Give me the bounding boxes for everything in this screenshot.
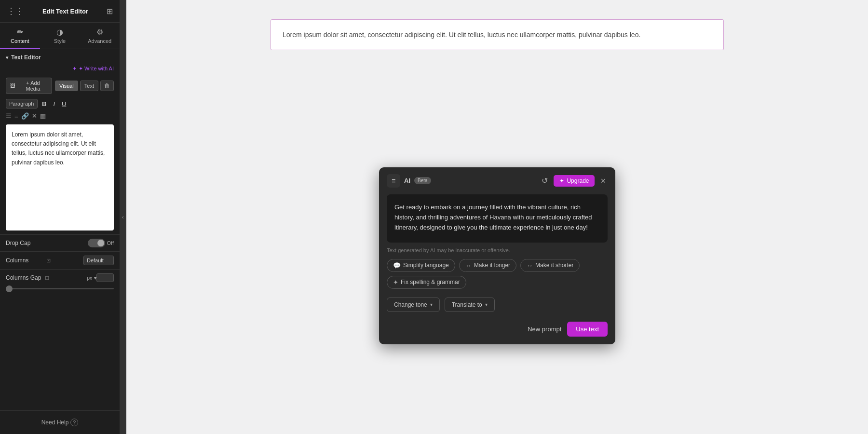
table-icon[interactable]: ▦ [40, 112, 46, 120]
slider-area [0, 286, 120, 293]
disclaimer-text: Text generated by AI may be inaccurate o… [387, 247, 510, 253]
ai-logo: ≡ [387, 174, 400, 188]
columns-icon: ⊡ [46, 258, 51, 264]
upgrade-label: Upgrade [567, 177, 589, 184]
section-label: Text Editor [11, 54, 41, 61]
canvas-text-block[interactable]: Lorem ipsum dolor sit amet, consectetur … [271, 19, 724, 50]
close-button[interactable]: × [598, 175, 608, 187]
gap-unit: px [87, 275, 92, 281]
ai-logo-icon: ≡ [392, 177, 395, 185]
advanced-tab-icon: ⚙ [96, 27, 103, 37]
sidebar-title: Edit Text Editor [42, 8, 88, 15]
make-shorter-chip[interactable]: ↔ Make it shorter [520, 259, 580, 272]
spelling-label: Fix spelling & grammar [401, 279, 460, 285]
bold-button[interactable]: B [40, 99, 49, 108]
tab-advanced-label: Advanced [88, 38, 111, 44]
longer-icon: ↔ [465, 262, 472, 269]
need-help-link[interactable]: Need Help ? [0, 410, 120, 434]
text-view-button[interactable]: Text [80, 81, 98, 91]
link-icon[interactable]: 🔗 [21, 112, 29, 120]
upgrade-sparkle-icon: ✦ [559, 177, 564, 184]
dropdown-row: Change tone ▾ Translate to ▾ [379, 294, 615, 316]
drop-cap-state: Off [107, 240, 114, 246]
columns-select[interactable]: Default [83, 256, 114, 265]
sparkle-icon: ✦ [72, 66, 77, 72]
beta-badge: Beta [414, 177, 431, 184]
visual-view-button[interactable]: Visual [55, 81, 78, 91]
write-ai-label: ✦ Write with AI [79, 66, 114, 72]
slider-track [6, 288, 114, 289]
columns-gap-icon: ⊡ [45, 275, 49, 281]
slider-thumb[interactable] [6, 285, 13, 292]
text-editor-section-header[interactable]: ▾ Text Editor [0, 49, 120, 66]
columns-setting: Columns ⊡ Default [0, 251, 120, 269]
underline-button[interactable]: U [59, 99, 68, 108]
write-with-ai-button[interactable]: ✦ ✦ Write with AI [0, 66, 120, 76]
collapse-handle[interactable]: ‹ [120, 0, 126, 434]
toggle-knob [97, 240, 104, 246]
need-help-label: Need Help [41, 419, 69, 426]
translate-to-label: Translate to [452, 301, 482, 308]
ai-disclaimer: Text generated by AI may be inaccurate o… [379, 247, 615, 259]
use-text-button[interactable]: Use text [567, 322, 608, 337]
sidebar-header: ⋮⋮ Edit Text Editor ⊞ [0, 0, 120, 23]
history-button[interactable]: ↺ [540, 174, 550, 187]
columns-gap-label: Columns Gap ⊡ [6, 274, 49, 281]
drop-cap-switch[interactable] [88, 239, 105, 247]
fix-spelling-chip[interactable]: ✦ Fix spelling & grammar [387, 276, 466, 289]
add-media-button[interactable]: 🖼 + Add Media [6, 78, 52, 94]
section-arrow-icon: ▾ [6, 55, 8, 60]
main-content: Lorem ipsum dolor sit amet, consectetur … [126, 0, 868, 434]
change-tone-button[interactable]: Change tone ▾ [387, 298, 440, 312]
make-longer-chip[interactable]: ↔ Make it longer [459, 259, 516, 272]
tab-style-label: Style [54, 38, 66, 44]
ai-generated-text: Get ready to embark on a journey filled … [394, 203, 592, 231]
media-icon: 🖼 [10, 83, 15, 89]
delete-button[interactable]: 🗑 [100, 81, 114, 91]
drop-cap-toggle[interactable]: Off [88, 239, 114, 247]
canvas-text: Lorem ipsum dolor sit amet, consectetur … [283, 31, 640, 39]
toolbar-row2: ☰ ≡ 🔗 ✕ ▦ [0, 111, 120, 121]
shorter-label: Make it shorter [535, 262, 573, 269]
simplify-icon: 💬 [393, 262, 401, 269]
list-ordered-icon[interactable]: ≡ [14, 112, 18, 120]
menu-dots-icon[interactable]: ⋮⋮ [7, 6, 24, 16]
tab-content-label: Content [11, 38, 29, 44]
shorter-icon: ↔ [527, 262, 533, 269]
modal-header: ≡ AI Beta ↺ ✦ Upgrade × [379, 167, 615, 194]
text-editor-area[interactable]: Lorem ipsum dolor sit amet, consectetur … [6, 124, 114, 231]
columns-gap-setting: Columns Gap ⊡ px ▾ [0, 269, 120, 286]
grid-icon[interactable]: ⊞ [107, 7, 113, 16]
add-media-label: + Add Media [18, 80, 48, 92]
tab-content[interactable]: ✏ Content [0, 23, 40, 49]
italic-button[interactable]: I [51, 99, 57, 108]
content-tab-icon: ✏ [17, 27, 23, 37]
style-tab-icon: ◑ [56, 27, 63, 37]
paragraph-select[interactable]: Paragraph [6, 99, 38, 108]
editor-content: Lorem ipsum dolor sit amet, consectetur … [12, 131, 105, 166]
list-unordered-icon[interactable]: ☰ [6, 112, 12, 120]
action-chips: 💬 Simplify language ↔ Make it longer ↔ M… [379, 259, 615, 294]
ai-generated-text-area: Get ready to embark on a journey filled … [387, 194, 608, 243]
sidebar: ⋮⋮ Edit Text Editor ⊞ ✏ Content ◑ Style … [0, 0, 120, 434]
change-tone-label: Change tone [394, 301, 427, 308]
change-tone-chevron-icon: ▾ [430, 302, 433, 307]
modal-footer: New prompt Use text [379, 316, 615, 344]
drop-cap-setting: Drop Cap Off [0, 234, 120, 251]
spelling-icon: ✦ [393, 279, 398, 286]
simplify-label: Simplify language [403, 262, 449, 269]
upgrade-button[interactable]: ✦ Upgrade [554, 175, 595, 187]
gap-input[interactable] [96, 273, 114, 282]
tab-style[interactable]: ◑ Style [40, 23, 80, 49]
help-icon: ? [70, 419, 78, 426]
ai-label: AI [404, 177, 410, 184]
translate-to-button[interactable]: Translate to ▾ [445, 298, 495, 312]
ai-modal: ≡ AI Beta ↺ ✦ Upgrade × Get ready to emb… [379, 167, 615, 344]
tab-advanced[interactable]: ⚙ Advanced [80, 23, 120, 49]
translate-chevron-icon: ▾ [485, 302, 488, 307]
new-prompt-button[interactable]: New prompt [528, 326, 561, 333]
use-text-label: Use text [576, 326, 599, 333]
simplify-language-chip[interactable]: 💬 Simplify language [387, 259, 455, 272]
unlink-icon[interactable]: ✕ [32, 112, 37, 120]
drop-cap-label: Drop Cap [6, 240, 30, 246]
